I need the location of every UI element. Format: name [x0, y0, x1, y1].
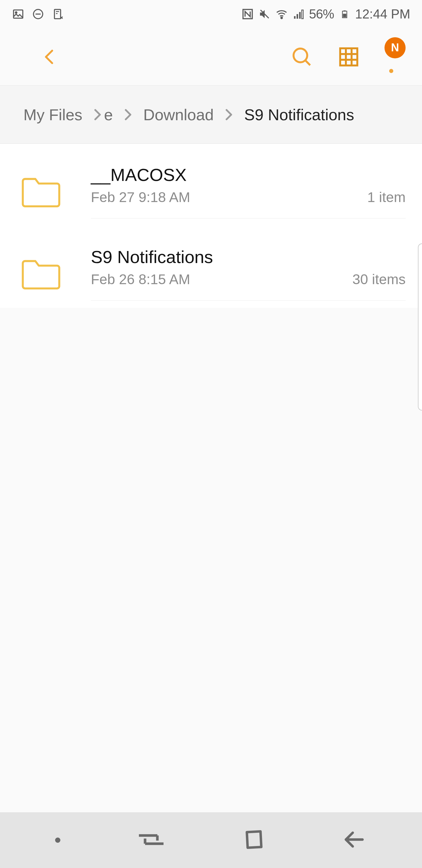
sim-icon — [52, 8, 64, 21]
chevron-right-icon — [121, 106, 135, 123]
scroll-indicator[interactable] — [418, 243, 422, 410]
breadcrumb: My Files e Download S9 Notifications — [0, 86, 422, 144]
chevron-right-icon — [91, 106, 105, 123]
overflow-dot-icon — [389, 69, 393, 73]
chevron-right-icon — [222, 106, 236, 123]
wifi-icon — [275, 8, 288, 21]
svg-rect-9 — [301, 10, 303, 19]
svg-rect-12 — [343, 14, 346, 17]
folder-icon — [21, 174, 62, 209]
status-bar: 56% 12:44 PM — [0, 0, 422, 28]
svg-rect-11 — [344, 10, 346, 12]
home-button[interactable] — [242, 828, 266, 852]
breadcrumb-download[interactable]: Download — [143, 105, 214, 124]
dnd-icon — [32, 8, 44, 21]
file-count: 1 item — [367, 189, 405, 205]
file-list: __MACOSX Feb 27 9:18 AM 1 item S9 Notifi… — [0, 144, 422, 308]
breadcrumb-current: S9 Notifications — [244, 105, 354, 124]
clock-text: 12:44 PM — [355, 7, 410, 22]
list-item[interactable]: __MACOSX Feb 27 9:18 AM 1 item — [0, 144, 422, 226]
view-grid-button[interactable] — [331, 39, 366, 74]
badge-icon: N — [385, 37, 405, 58]
battery-percent: 56% — [309, 7, 334, 22]
svg-point-1 — [15, 12, 17, 13]
nav-back-button[interactable] — [340, 828, 367, 852]
svg-rect-8 — [299, 12, 300, 19]
system-nav-bar — [0, 812, 422, 868]
status-left-icons — [12, 8, 64, 21]
svg-point-13 — [294, 49, 307, 62]
back-button[interactable] — [32, 39, 67, 74]
breadcrumb-truncated-segment[interactable]: e — [104, 105, 113, 124]
svg-rect-15 — [340, 48, 358, 65]
badge-letter: N — [391, 41, 399, 54]
signal-icon — [292, 8, 305, 21]
gallery-icon — [12, 8, 25, 21]
battery-icon — [338, 8, 351, 21]
breadcrumb-root[interactable]: My Files — [24, 105, 83, 124]
svg-point-5 — [281, 17, 282, 19]
app-bar: N — [0, 28, 422, 86]
svg-line-14 — [305, 60, 310, 65]
overflow-menu-button[interactable]: N — [378, 39, 404, 74]
svg-rect-7 — [297, 14, 298, 19]
status-right: 56% 12:44 PM — [241, 7, 410, 22]
file-date: Feb 27 9:18 AM — [91, 189, 190, 205]
svg-rect-3 — [55, 9, 61, 19]
file-count: 30 items — [353, 271, 405, 287]
nav-dot-icon — [55, 837, 60, 843]
file-name: S9 Notifications — [91, 247, 405, 267]
svg-rect-6 — [294, 16, 295, 19]
recents-button[interactable] — [135, 829, 167, 851]
nfc-icon — [241, 8, 254, 21]
search-button[interactable] — [284, 39, 319, 74]
list-item[interactable]: S9 Notifications Feb 26 8:15 AM 30 items — [0, 226, 422, 308]
file-name: __MACOSX — [91, 165, 405, 185]
file-date: Feb 26 8:15 AM — [91, 271, 190, 287]
mute-icon — [258, 8, 271, 21]
folder-icon — [21, 256, 62, 291]
